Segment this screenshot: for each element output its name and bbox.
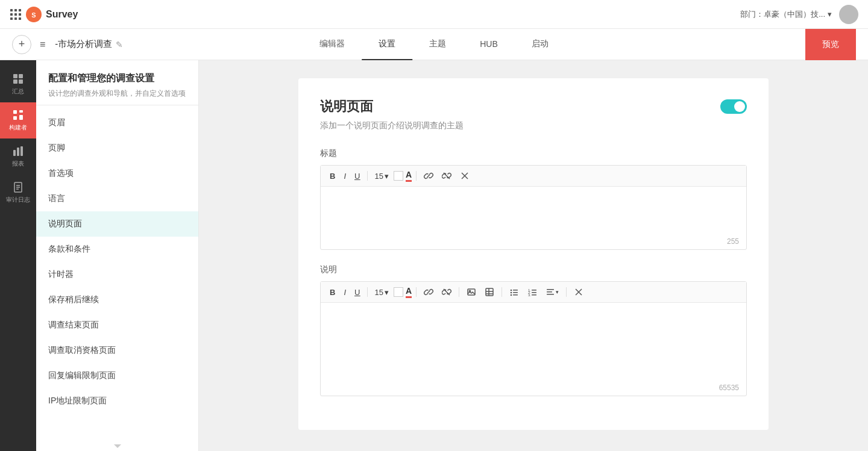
menu-item-header[interactable]: 页眉 — [36, 110, 198, 135]
title-underline-button[interactable]: U — [351, 170, 363, 182]
svg-rect-37 — [513, 292, 518, 293]
tab-theme[interactable]: 主题 — [412, 29, 463, 60]
audit-label: 审计日志 — [6, 196, 30, 204]
svg-rect-8 — [19, 17, 21, 20]
svg-rect-16 — [19, 110, 23, 113]
desc-color-a-button[interactable]: A — [406, 286, 412, 298]
svg-rect-2 — [19, 9, 21, 11]
card-title: 说明页面 — [320, 98, 373, 116]
side-panel-desc: 设计您的调查外观和导航，并自定义首选项 — [48, 89, 186, 99]
survey-logo-icon: S — [25, 6, 42, 23]
sidebar-item-audit[interactable]: 审计日志 — [0, 175, 36, 211]
svg-rect-35 — [513, 290, 518, 291]
desc-link-button[interactable] — [421, 285, 436, 299]
menu-item-intro[interactable]: 说明页面 — [36, 211, 198, 237]
svg-rect-18 — [19, 115, 23, 120]
desc-toolbar-divider-5 — [566, 287, 567, 297]
card-header: 说明页面 — [320, 98, 747, 116]
desc-font-size[interactable]: 15 ▾ — [372, 287, 391, 298]
menu-item-ip-limit[interactable]: IP地址限制页面 — [36, 388, 198, 414]
desc-editor-body[interactable] — [321, 303, 746, 381]
menu-item-edit-limit[interactable]: 回复编辑限制页面 — [36, 363, 198, 388]
dept-selector[interactable]: 部门：卓豪（中国）技... ▾ — [740, 9, 832, 20]
side-panel-menu: 页眉 页脚 首选项 语言 说明页面 条款和条件 计时器 保存稍后继续 调查结束页… — [36, 105, 198, 441]
title-unlink-button[interactable] — [439, 169, 454, 182]
svg-rect-5 — [19, 13, 21, 16]
title-color-box[interactable] — [394, 171, 403, 181]
tab-hub[interactable]: HUB — [463, 29, 515, 60]
svg-text:3.: 3. — [528, 293, 531, 297]
tab-launch[interactable]: 启动 — [515, 29, 565, 60]
desc-char-counter: 65535 — [321, 381, 746, 396]
svg-rect-48 — [547, 294, 554, 295]
edit-survey-name-icon[interactable]: ✎ — [116, 40, 123, 49]
title-font-size-chevron-icon: ▾ — [385, 172, 389, 181]
add-button[interactable]: + — [12, 35, 31, 54]
dashboard-icon — [12, 73, 24, 85]
title-editor-toolbar: B I U 15 ▾ A — [321, 166, 746, 187]
svg-rect-28 — [468, 289, 475, 295]
dept-chevron-icon: ▾ — [828, 10, 832, 19]
title-color-a-button[interactable]: A — [406, 170, 412, 182]
title-italic-button[interactable]: I — [341, 170, 349, 182]
desc-ul-button[interactable] — [506, 285, 522, 299]
align-chevron-icon: ▾ — [556, 289, 559, 295]
main-layout: 汇总 构建者 报表 审计日志 — [0, 60, 868, 451]
svg-rect-17 — [13, 116, 17, 120]
svg-point-36 — [511, 292, 512, 294]
svg-rect-12 — [19, 74, 23, 78]
svg-rect-46 — [547, 289, 554, 290]
svg-rect-14 — [19, 79, 23, 84]
hamburger-button[interactable]: ≡ — [37, 37, 48, 52]
reports-label: 报表 — [12, 160, 24, 168]
svg-rect-19 — [13, 150, 16, 156]
svg-rect-7 — [14, 17, 17, 20]
menu-item-timer[interactable]: 计时器 — [36, 262, 198, 287]
title-link-button[interactable] — [421, 169, 436, 182]
desc-unlink-button[interactable] — [439, 285, 454, 299]
svg-text:S: S — [31, 11, 36, 19]
desc-image-button[interactable] — [464, 285, 479, 299]
table-icon — [485, 287, 494, 297]
nav-tabs: 编辑器 设置 主题 HUB 启动 — [303, 29, 565, 60]
intro-toggle[interactable] — [720, 99, 747, 114]
svg-rect-0 — [10, 9, 13, 11]
link-icon — [424, 287, 433, 297]
unlink-icon — [442, 287, 451, 297]
tab-settings[interactable]: 设置 — [362, 29, 412, 60]
audit-icon — [12, 181, 24, 193]
title-editor-body[interactable] — [321, 187, 746, 235]
menu-item-language[interactable]: 语言 — [36, 186, 198, 211]
desc-ol-button[interactable]: 1. 2. 3. — [524, 285, 540, 299]
title-remove-format-button[interactable] — [457, 169, 473, 182]
builder-icon — [12, 109, 24, 121]
side-panel-title: 配置和管理您的调查设置 — [48, 72, 186, 85]
title-font-size[interactable]: 15 ▾ — [372, 170, 391, 182]
desc-color-box[interactable] — [394, 287, 403, 297]
sidebar-item-dashboard[interactable]: 汇总 — [0, 66, 36, 102]
remove-format-icon — [460, 171, 470, 181]
menu-item-save-resume[interactable]: 保存稍后继续 — [36, 287, 198, 313]
menu-item-disqualify[interactable]: 调查取消资格页面 — [36, 338, 198, 363]
user-avatar[interactable] — [839, 5, 858, 24]
menu-item-preferences[interactable]: 首选项 — [36, 161, 198, 186]
tab-editor[interactable]: 编辑器 — [303, 29, 362, 60]
menu-item-terms[interactable]: 条款和条件 — [36, 237, 198, 262]
desc-italic-button[interactable]: I — [341, 286, 349, 299]
svg-rect-30 — [486, 288, 493, 296]
desc-table-button[interactable] — [482, 285, 497, 299]
menu-item-end-page[interactable]: 调查结束页面 — [36, 313, 198, 338]
sidebar-item-reports[interactable]: 报表 — [0, 138, 36, 175]
intro-page-card: 说明页面 添加一个说明页面介绍说明调查的主题 标题 B I U 15 ▾ A — [298, 78, 769, 430]
desc-align-button[interactable]: ▾ — [542, 285, 562, 299]
desc-bold-button[interactable]: B — [327, 286, 338, 299]
menu-item-footer[interactable]: 页脚 — [36, 135, 198, 161]
desc-underline-button[interactable]: U — [351, 286, 363, 299]
unlink-icon — [442, 171, 451, 181]
title-bold-button[interactable]: B — [327, 170, 338, 182]
svg-rect-6 — [10, 17, 13, 20]
sidebar-item-builder[interactable]: 构建者 — [0, 102, 36, 138]
desc-remove-format-button[interactable] — [571, 285, 587, 299]
builder-label: 构建者 — [9, 123, 27, 132]
preview-button[interactable]: 预览 — [805, 29, 856, 60]
